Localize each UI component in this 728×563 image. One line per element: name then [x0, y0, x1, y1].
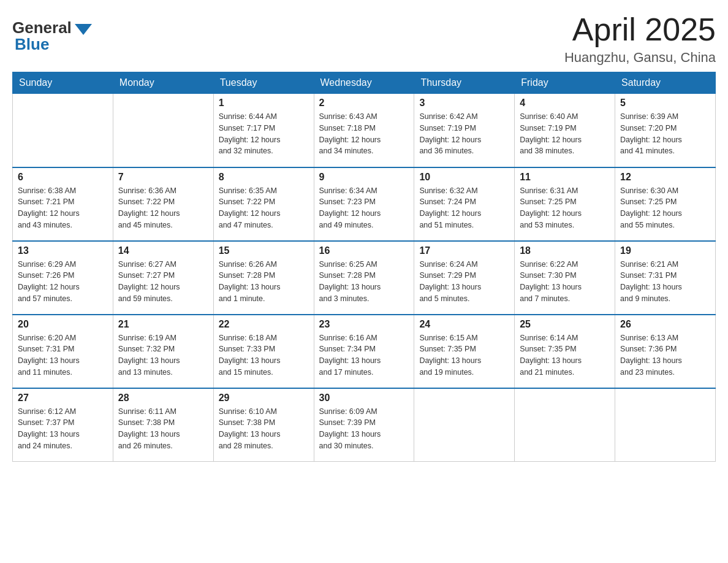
- day-number: 6: [18, 172, 108, 183]
- day-info: Sunrise: 6:36 AM Sunset: 7:22 PM Dayligh…: [118, 185, 208, 231]
- calendar-cell: 14Sunrise: 6:27 AM Sunset: 7:27 PM Dayli…: [113, 241, 213, 315]
- day-info: Sunrise: 6:16 AM Sunset: 7:34 PM Dayligh…: [319, 332, 409, 378]
- calendar-cell: 30Sunrise: 6:09 AM Sunset: 7:39 PM Dayli…: [314, 388, 414, 462]
- calendar-cell: 16Sunrise: 6:25 AM Sunset: 7:28 PM Dayli…: [314, 241, 414, 315]
- calendar-cell: [615, 388, 716, 462]
- day-number: 26: [620, 319, 710, 330]
- day-number: 11: [520, 172, 610, 183]
- day-info: Sunrise: 6:43 AM Sunset: 7:18 PM Dayligh…: [319, 111, 409, 157]
- logo-icon: [74, 21, 92, 35]
- calendar-week-row: 6Sunrise: 6:38 AM Sunset: 7:21 PM Daylig…: [13, 167, 716, 241]
- calendar-cell: [515, 388, 615, 462]
- calendar-cell: 21Sunrise: 6:19 AM Sunset: 7:32 PM Dayli…: [113, 315, 213, 388]
- calendar-cell: 25Sunrise: 6:14 AM Sunset: 7:35 PM Dayli…: [515, 315, 615, 388]
- day-of-week-header: Tuesday: [213, 72, 314, 94]
- day-number: 23: [319, 319, 409, 330]
- day-number: 13: [18, 245, 108, 256]
- day-info: Sunrise: 6:22 AM Sunset: 7:30 PM Dayligh…: [520, 259, 610, 305]
- day-info: Sunrise: 6:20 AM Sunset: 7:31 PM Dayligh…: [18, 332, 108, 378]
- calendar-cell: 24Sunrise: 6:15 AM Sunset: 7:35 PM Dayli…: [414, 315, 515, 388]
- logo-triangle-icon: [75, 24, 92, 35]
- day-number: 1: [219, 98, 309, 109]
- day-number: 9: [319, 172, 409, 183]
- day-info: Sunrise: 6:14 AM Sunset: 7:35 PM Dayligh…: [520, 332, 610, 378]
- day-info: Sunrise: 6:27 AM Sunset: 7:27 PM Dayligh…: [118, 259, 208, 305]
- title-section: April 2025 Huangzhu, Gansu, China: [564, 12, 716, 66]
- day-number: 27: [18, 393, 108, 404]
- day-info: Sunrise: 6:39 AM Sunset: 7:20 PM Dayligh…: [620, 111, 710, 157]
- day-number: 25: [520, 319, 610, 330]
- calendar-cell: 20Sunrise: 6:20 AM Sunset: 7:31 PM Dayli…: [13, 315, 113, 388]
- day-info: Sunrise: 6:10 AM Sunset: 7:38 PM Dayligh…: [219, 406, 309, 452]
- day-info: Sunrise: 6:40 AM Sunset: 7:19 PM Dayligh…: [520, 111, 610, 157]
- calendar-header-row: SundayMondayTuesdayWednesdayThursdayFrid…: [13, 72, 716, 94]
- day-number: 4: [520, 98, 610, 109]
- calendar-cell: 6Sunrise: 6:38 AM Sunset: 7:21 PM Daylig…: [13, 167, 113, 241]
- location-subtitle: Huangzhu, Gansu, China: [564, 50, 716, 66]
- day-number: 17: [419, 245, 509, 256]
- day-of-week-header: Sunday: [13, 72, 113, 94]
- calendar-cell: 2Sunrise: 6:43 AM Sunset: 7:18 PM Daylig…: [314, 94, 414, 167]
- day-number: 15: [219, 245, 309, 256]
- day-of-week-header: Thursday: [414, 72, 515, 94]
- day-number: 12: [620, 172, 710, 183]
- day-number: 29: [219, 393, 309, 404]
- day-number: 16: [319, 245, 409, 256]
- day-number: 19: [620, 245, 710, 256]
- calendar-cell: 8Sunrise: 6:35 AM Sunset: 7:22 PM Daylig…: [213, 167, 314, 241]
- calendar-cell: 9Sunrise: 6:34 AM Sunset: 7:23 PM Daylig…: [314, 167, 414, 241]
- day-of-week-header: Saturday: [615, 72, 716, 94]
- day-number: 30: [319, 393, 409, 404]
- day-info: Sunrise: 6:26 AM Sunset: 7:28 PM Dayligh…: [219, 259, 309, 305]
- day-number: 5: [620, 98, 710, 109]
- day-info: Sunrise: 6:35 AM Sunset: 7:22 PM Dayligh…: [219, 185, 309, 231]
- calendar-cell: 11Sunrise: 6:31 AM Sunset: 7:25 PM Dayli…: [515, 167, 615, 241]
- calendar-table: SundayMondayTuesdayWednesdayThursdayFrid…: [12, 72, 716, 462]
- day-number: 18: [520, 245, 610, 256]
- calendar-cell: 28Sunrise: 6:11 AM Sunset: 7:38 PM Dayli…: [113, 388, 213, 462]
- logo: General Blue: [12, 18, 92, 54]
- page-header: General Blue April 2025 Huangzhu, Gansu,…: [12, 12, 716, 66]
- day-number: 7: [118, 172, 208, 183]
- calendar-week-row: 1Sunrise: 6:44 AM Sunset: 7:17 PM Daylig…: [13, 94, 716, 167]
- calendar-cell: 7Sunrise: 6:36 AM Sunset: 7:22 PM Daylig…: [113, 167, 213, 241]
- day-info: Sunrise: 6:13 AM Sunset: 7:36 PM Dayligh…: [620, 332, 710, 378]
- day-info: Sunrise: 6:38 AM Sunset: 7:21 PM Dayligh…: [18, 185, 108, 231]
- logo-blue-text: Blue: [15, 35, 49, 53]
- day-info: Sunrise: 6:11 AM Sunset: 7:38 PM Dayligh…: [118, 406, 208, 452]
- day-of-week-header: Wednesday: [314, 72, 414, 94]
- calendar-cell: [414, 388, 515, 462]
- calendar-cell: 1Sunrise: 6:44 AM Sunset: 7:17 PM Daylig…: [213, 94, 314, 167]
- day-number: 22: [219, 319, 309, 330]
- day-info: Sunrise: 6:21 AM Sunset: 7:31 PM Dayligh…: [620, 259, 710, 305]
- calendar-week-row: 27Sunrise: 6:12 AM Sunset: 7:37 PM Dayli…: [13, 388, 716, 462]
- calendar-cell: 17Sunrise: 6:24 AM Sunset: 7:29 PM Dayli…: [414, 241, 515, 315]
- day-info: Sunrise: 6:34 AM Sunset: 7:23 PM Dayligh…: [319, 185, 409, 231]
- day-info: Sunrise: 6:31 AM Sunset: 7:25 PM Dayligh…: [520, 185, 610, 231]
- calendar-cell: 18Sunrise: 6:22 AM Sunset: 7:30 PM Dayli…: [515, 241, 615, 315]
- day-info: Sunrise: 6:44 AM Sunset: 7:17 PM Dayligh…: [219, 111, 309, 157]
- day-number: 3: [419, 98, 509, 109]
- calendar-cell: [113, 94, 213, 167]
- day-info: Sunrise: 6:18 AM Sunset: 7:33 PM Dayligh…: [219, 332, 309, 378]
- calendar-cell: [13, 94, 113, 167]
- day-number: 21: [118, 319, 208, 330]
- day-info: Sunrise: 6:25 AM Sunset: 7:28 PM Dayligh…: [319, 259, 409, 305]
- day-info: Sunrise: 6:30 AM Sunset: 7:25 PM Dayligh…: [620, 185, 710, 231]
- month-year-title: April 2025: [564, 12, 716, 47]
- day-number: 10: [419, 172, 509, 183]
- day-number: 24: [419, 319, 509, 330]
- logo-wordmark: General Blue: [12, 18, 92, 54]
- day-info: Sunrise: 6:09 AM Sunset: 7:39 PM Dayligh…: [319, 406, 409, 452]
- calendar-cell: 27Sunrise: 6:12 AM Sunset: 7:37 PM Dayli…: [13, 388, 113, 462]
- calendar-cell: 4Sunrise: 6:40 AM Sunset: 7:19 PM Daylig…: [515, 94, 615, 167]
- day-of-week-header: Friday: [515, 72, 615, 94]
- calendar-cell: 15Sunrise: 6:26 AM Sunset: 7:28 PM Dayli…: [213, 241, 314, 315]
- calendar-cell: 23Sunrise: 6:16 AM Sunset: 7:34 PM Dayli…: [314, 315, 414, 388]
- calendar-cell: 26Sunrise: 6:13 AM Sunset: 7:36 PM Dayli…: [615, 315, 716, 388]
- day-info: Sunrise: 6:42 AM Sunset: 7:19 PM Dayligh…: [419, 111, 509, 157]
- day-info: Sunrise: 6:29 AM Sunset: 7:26 PM Dayligh…: [18, 259, 108, 305]
- day-info: Sunrise: 6:15 AM Sunset: 7:35 PM Dayligh…: [419, 332, 509, 378]
- calendar-cell: 13Sunrise: 6:29 AM Sunset: 7:26 PM Dayli…: [13, 241, 113, 315]
- day-info: Sunrise: 6:32 AM Sunset: 7:24 PM Dayligh…: [419, 185, 509, 231]
